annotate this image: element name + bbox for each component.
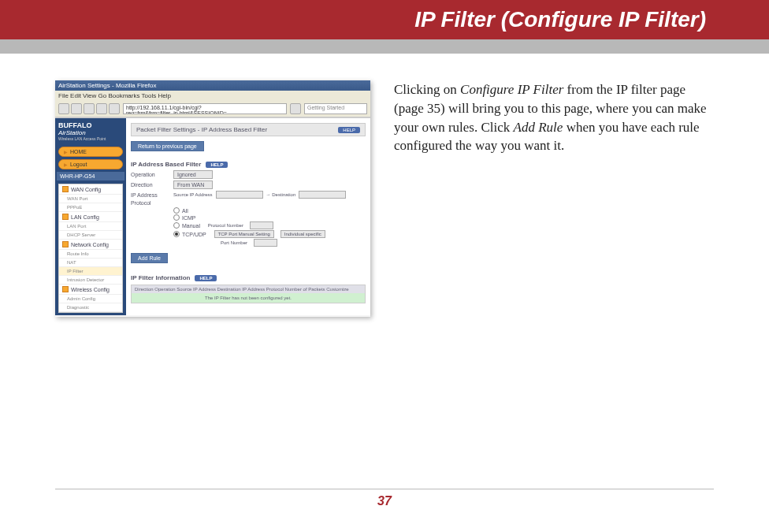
help-button[interactable]: HELP xyxy=(338,127,360,133)
section-ip-filter: IP Address Based Filter HELP xyxy=(131,161,366,168)
square-icon xyxy=(62,286,69,292)
table-header: Direction Operation Source IP Address De… xyxy=(132,285,365,293)
square-icon xyxy=(62,241,69,247)
nav-network-config[interactable]: Network Config xyxy=(59,240,122,250)
nav-nat[interactable]: NAT xyxy=(59,259,122,267)
sidebar: BUFFALO AirStation Wireless LAN Access P… xyxy=(55,118,126,315)
radio-manual[interactable]: Manual Protocol Number xyxy=(173,221,366,229)
radio-icon xyxy=(173,214,180,221)
source-ip-label: Source IP Address xyxy=(173,192,213,197)
radio-icmp[interactable]: ICMP xyxy=(173,214,366,221)
brand-logo: BUFFALO xyxy=(58,121,123,129)
page-number: 37 xyxy=(55,494,714,508)
nav-dhcp[interactable]: DHCP Server xyxy=(59,231,122,240)
add-rule-button[interactable]: Add Rule xyxy=(131,253,168,263)
instruction-text: Clicking on Configure IP Filter from the… xyxy=(394,80,709,317)
direction-select[interactable]: From WAN xyxy=(173,180,213,189)
product-name: AirStation xyxy=(58,129,123,136)
reload-button[interactable] xyxy=(84,103,95,114)
stop-button[interactable] xyxy=(96,103,107,114)
nav-wan-config[interactable]: WAN Config xyxy=(59,184,122,195)
protocol-radios: All ICMP Manual Protocol Number TCP/UDP … xyxy=(173,207,366,247)
operation-label: Operation xyxy=(131,172,170,177)
main-panel: Packet Filter Settings - IP Address Base… xyxy=(126,118,370,315)
direction-label: Direction xyxy=(131,182,170,188)
square-icon xyxy=(62,214,69,220)
nav-buttons xyxy=(58,103,120,114)
page-title: IP Filter (Configure IP Filter) xyxy=(414,7,706,32)
port-number-input[interactable] xyxy=(254,239,277,247)
nav-intrusion[interactable]: Intrusion Detector xyxy=(59,276,122,285)
port-number-row: Port Number xyxy=(221,239,366,247)
product-tagline: Wireless LAN Access Point xyxy=(58,136,123,141)
row-direction: Direction From WAN xyxy=(131,180,366,189)
forward-button[interactable] xyxy=(71,103,82,114)
browser-menubar: File Edit View Go Bookmarks Tools Help xyxy=(55,91,370,101)
panel-title-text: Packet Filter Settings - IP Address Base… xyxy=(136,126,267,133)
search-box[interactable]: Getting Started xyxy=(304,103,367,114)
page-body: BUFFALO AirStation Wireless LAN Access P… xyxy=(55,118,370,315)
home-button[interactable] xyxy=(109,103,120,114)
go-button[interactable] xyxy=(290,103,301,114)
radio-tcpudp[interactable]: TCP/UDP TCP Port Manual Setting Individu… xyxy=(173,230,366,238)
nav-lan-port[interactable]: LAN Port xyxy=(59,222,122,231)
panel-title-bar: Packet Filter Settings - IP Address Base… xyxy=(131,123,366,136)
header-sub-bar xyxy=(0,39,769,54)
nav-lan-config[interactable]: LAN Config xyxy=(59,212,122,222)
home-nav-button[interactable]: HOME xyxy=(58,147,123,157)
table-empty-message: The IP Filter has not been configured ye… xyxy=(132,293,365,303)
port-specific-select[interactable]: Individual specific xyxy=(280,230,325,238)
nav-ip-filter[interactable]: IP Filter xyxy=(59,267,122,276)
nav-pppoe[interactable]: PPPoE xyxy=(59,203,122,212)
ip-filter-table: Direction Operation Source IP Address De… xyxy=(131,285,366,303)
row-operation: Operation Ignored xyxy=(131,170,366,179)
page-header: IP Filter (Configure IP Filter) xyxy=(0,0,769,39)
row-ip-address: IP Address Source IP Address → Destinati… xyxy=(131,191,366,199)
address-bar[interactable]: http://192.168.11.1/cgi-bin/cgi?req=frm&… xyxy=(123,103,287,114)
radio-icon xyxy=(173,231,180,237)
ip-label: IP Address xyxy=(131,192,170,198)
return-button[interactable]: Return to previous page xyxy=(131,141,204,151)
help-button[interactable]: HELP xyxy=(195,275,217,281)
sidebar-nav: WAN Config WAN Port PPPoE LAN Config LAN… xyxy=(58,184,123,313)
source-ip-input[interactable] xyxy=(216,191,263,199)
square-icon xyxy=(62,186,69,192)
logo-area: BUFFALO AirStation Wireless LAN Access P… xyxy=(55,118,126,144)
protocol-number-input[interactable] xyxy=(250,221,273,229)
radio-all[interactable]: All xyxy=(173,207,366,214)
row-protocol: Protocol xyxy=(131,200,366,206)
radio-icon xyxy=(173,222,180,229)
page-footer: 37 xyxy=(55,489,714,508)
model-label: WHR-HP-G54 xyxy=(57,172,124,180)
protocol-label: Protocol xyxy=(131,200,170,206)
embedded-screenshot: AirStation Settings - Mozilla Firefox Fi… xyxy=(55,80,370,317)
browser-toolbar: http://192.168.11.1/cgi-bin/cgi?req=frm&… xyxy=(55,101,370,117)
back-button[interactable] xyxy=(58,103,69,114)
nav-route[interactable]: Route Info xyxy=(59,250,122,259)
browser-chrome: AirStation Settings - Mozilla Firefox Fi… xyxy=(55,80,370,118)
dest-ip-input[interactable] xyxy=(299,191,346,199)
nav-wan-port[interactable]: WAN Port xyxy=(59,195,122,203)
content-area: AirStation Settings - Mozilla Firefox Fi… xyxy=(0,54,769,317)
logout-button[interactable]: Logout xyxy=(58,159,123,169)
nav-diag[interactable]: Diagnostic xyxy=(59,303,122,312)
section-ip-info: IP Filter Information HELP xyxy=(131,274,366,281)
help-button[interactable]: HELP xyxy=(206,162,228,168)
nav-admin[interactable]: Admin Config xyxy=(59,295,122,303)
dest-ip-label: → Destination xyxy=(266,192,296,197)
browser-titlebar: AirStation Settings - Mozilla Firefox xyxy=(55,80,370,91)
operation-select[interactable]: Ignored xyxy=(173,170,213,179)
radio-icon xyxy=(173,207,180,214)
footer-divider xyxy=(55,489,714,489)
nav-wireless-config[interactable]: Wireless Config xyxy=(59,285,122,295)
port-setting-select[interactable]: TCP Port Manual Setting xyxy=(214,230,274,238)
